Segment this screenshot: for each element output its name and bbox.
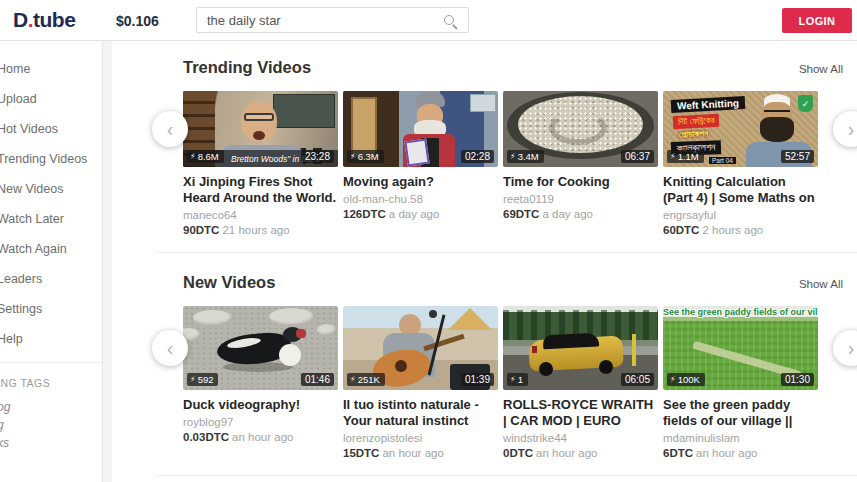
view-count: 251K	[358, 374, 380, 385]
dtc-amount: 60DTC	[663, 224, 699, 236]
lightning-icon: ⚡	[510, 375, 516, 384]
video-author[interactable]: lorenzopistolesi	[343, 432, 498, 444]
video-meta: 90DTC21 hours ago	[183, 224, 338, 236]
carousel-next-trending[interactable]: ›	[833, 111, 857, 147]
tag-item[interactable]: ks	[0, 436, 102, 450]
chevron-left-icon: ‹	[167, 118, 174, 141]
thumbnail-art	[599, 360, 613, 374]
thumbnail-art	[395, 360, 407, 372]
dtc-amount: 6DTC	[663, 447, 693, 459]
sidebar-item-label: Settings	[0, 302, 42, 316]
duration-badge: 23:28	[301, 150, 334, 163]
trending-section-header: Trending Videos Show All	[183, 58, 843, 80]
sidebar-item-hot-videos[interactable]: Hot Videos	[0, 122, 102, 140]
video-meta: 0DTCan hour ago	[503, 447, 658, 459]
video-meta: 0.03DTCan hour ago	[183, 431, 338, 443]
sidebar-item-watch-later[interactable]: Watch Later	[0, 212, 102, 230]
tag-list: og g ks	[0, 400, 102, 450]
video-card[interactable]: ⚡1 06:05 ROLLS-ROYCE WRAITH | CAR MOD | …	[503, 306, 658, 459]
video-card[interactable]: ⚡6.3M 02:28 Moving again? old-man-chu.58…	[343, 91, 498, 236]
video-title[interactable]: Moving again?	[343, 174, 498, 190]
video-title[interactable]: Time for Cooking	[503, 174, 658, 190]
view-count-badge: ⚡1	[507, 373, 528, 386]
search-icon[interactable]	[444, 15, 454, 25]
video-age: an hour ago	[382, 447, 443, 459]
dtc-amount: 0.03DTC	[183, 431, 229, 443]
video-thumbnail[interactable]: See the green paddy fields of our villag…	[663, 306, 818, 390]
video-author[interactable]: old-man-chu.58	[343, 193, 498, 205]
sidebar-item-leaders[interactable]: Leaders	[0, 272, 102, 290]
video-thumbnail[interactable]: Bretton Woods" in the c ⚡8.6M 23:28	[183, 91, 338, 167]
sidebar-item-settings[interactable]: Settings	[0, 302, 102, 320]
sidebar-item-watch-again[interactable]: Watch Again	[0, 242, 102, 260]
video-card[interactable]: See the green paddy fields of our villag…	[663, 306, 818, 459]
video-card[interactable]: Bretton Woods" in the c ⚡8.6M 23:28 Xi J…	[183, 91, 338, 236]
search-box[interactable]	[196, 7, 469, 33]
lightning-icon: ⚡	[670, 152, 676, 161]
sidebar: Home Upload Hot Videos Trending Videos N…	[0, 41, 103, 482]
video-author[interactable]: mdaminulislam	[663, 432, 818, 444]
video-author[interactable]: engrsayful	[663, 209, 818, 221]
dtc-price: $0.106	[116, 13, 159, 29]
view-count-badge: ⚡6.3M	[347, 150, 384, 163]
video-thumbnail[interactable]: ⚡3.4M 06:37	[503, 91, 658, 167]
thumbnail-art	[273, 94, 335, 128]
chevron-left-icon: ‹	[167, 337, 174, 360]
video-card[interactable]: ⚡251K 01:39 Il tuo istinto naturale - Yo…	[343, 306, 498, 459]
sidebar-item-new-videos[interactable]: New Videos	[0, 182, 102, 200]
video-meta: 6DTCan hour ago	[663, 447, 818, 459]
video-author[interactable]: reeta0119	[503, 193, 658, 205]
video-thumbnail[interactable]: ⚡1 06:05	[503, 306, 658, 390]
show-all-new[interactable]: Show All	[799, 278, 843, 290]
video-card[interactable]: ⚡3.4M 06:37 Time for Cooking reeta0119 6…	[503, 91, 658, 236]
view-count-badge: ⚡251K	[347, 373, 385, 386]
view-count-badge: ⚡100K	[667, 373, 705, 386]
thumbnail-art	[317, 324, 337, 336]
video-thumbnail[interactable]: ⚡251K 01:39	[343, 306, 498, 390]
new-section-header: New Videos Show All	[183, 273, 843, 295]
video-thumbnail[interactable]: ⚡6.3M 02:28	[343, 91, 498, 167]
tag-item[interactable]: og	[0, 400, 102, 414]
sidebar-item-home[interactable]: Home	[0, 62, 102, 80]
sidebar-item-upload[interactable]: Upload	[0, 92, 102, 110]
carousel-next-new[interactable]: ›	[833, 330, 857, 366]
video-card[interactable]: ⚡592 01:46 Duck videography! royblog97 0…	[183, 306, 338, 459]
dtube-logo[interactable]: D.tube	[13, 8, 75, 32]
sidebar-item-label: Hot Videos	[0, 122, 58, 136]
sidebar-item-help[interactable]: Help	[0, 332, 102, 350]
video-age: an hour ago	[536, 447, 597, 459]
tag-item[interactable]: g	[0, 418, 102, 432]
carousel-prev-new[interactable]: ‹	[152, 330, 188, 366]
video-author[interactable]: royblog97	[183, 416, 338, 428]
channel-logo-icon	[798, 95, 813, 112]
sidebar-item-label: Home	[0, 62, 30, 76]
video-title[interactable]: Knitting Calculation (Part 4) | Some Mat…	[663, 174, 818, 206]
search-input[interactable]	[197, 13, 444, 28]
video-meta: 69DTCa day ago	[503, 208, 658, 220]
video-age: 21 hours ago	[222, 224, 289, 236]
video-title[interactable]: Duck videography!	[183, 397, 338, 413]
thumbnail-art	[760, 117, 794, 142]
thumbnail-art	[279, 344, 301, 366]
view-count: 1.1M	[678, 151, 699, 162]
video-title[interactable]: Il tuo istinto naturale - Your natural i…	[343, 397, 498, 429]
view-count: 592	[198, 374, 214, 385]
section-divider	[157, 475, 857, 476]
dtc-amount: 126DTC	[343, 208, 386, 220]
carousel-prev-trending[interactable]: ‹	[152, 111, 188, 147]
show-all-trending[interactable]: Show All	[799, 63, 843, 75]
video-title[interactable]: See the green paddy fields of our villag…	[663, 397, 818, 429]
video-author[interactable]: windstrike44	[503, 432, 658, 444]
video-thumbnail[interactable]: Weft Knitting নিট ফেব্রিকের প্রোডাকশন ক্…	[663, 91, 818, 167]
video-author[interactable]: maneco64	[183, 209, 338, 221]
sidebar-item-label: Watch Again	[0, 242, 67, 256]
sidebar-item-trending-videos[interactable]: Trending Videos	[0, 152, 102, 170]
video-meta: 15DTCan hour ago	[343, 447, 498, 459]
logo-rest: tube	[33, 8, 75, 31]
video-title[interactable]: ROLLS-ROYCE WRAITH | CAR MOD | EURO TRUC…	[503, 397, 658, 429]
video-thumbnail[interactable]: ⚡592 01:46	[183, 306, 338, 390]
video-card[interactable]: Weft Knitting নিট ফেব্রিকের প্রোডাকশন ক্…	[663, 91, 818, 236]
login-button[interactable]: LOGIN	[782, 8, 852, 33]
video-title[interactable]: Xi Jinping Fires Shot Heard Around the W…	[183, 174, 338, 206]
view-count: 6.3M	[358, 151, 379, 162]
